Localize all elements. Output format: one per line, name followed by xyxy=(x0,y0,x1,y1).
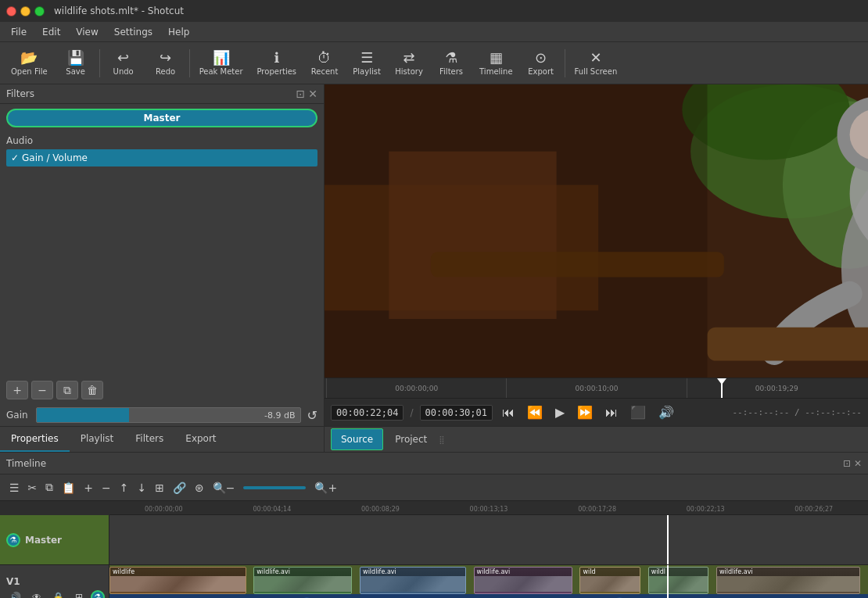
clip-4[interactable]: wild xyxy=(579,567,640,594)
clip-3[interactable]: wildlife.avi xyxy=(474,567,572,594)
gain-volume-item[interactable]: ✓ Gain / Volume xyxy=(6,149,317,167)
gain-slider[interactable]: -8.9 dB xyxy=(36,407,301,423)
timeline-button[interactable]: ▦ Timeline xyxy=(473,48,519,79)
filters-close-icon[interactable]: ✕ xyxy=(308,88,317,100)
peak-meter-button[interactable]: 📊 Peak Meter xyxy=(193,48,249,79)
tl-cut-button[interactable]: ✂ xyxy=(25,480,41,496)
gain-value: -8.9 dB xyxy=(264,410,296,421)
filters-master-bar[interactable]: Master xyxy=(6,109,317,127)
v1-filter-icon[interactable]: ⚗ xyxy=(91,590,105,599)
ruler-mark-0: 00:00:00;00 xyxy=(326,378,506,398)
timeline-icon: ▦ xyxy=(490,51,503,65)
tl-snap-button[interactable]: 🔗 xyxy=(170,480,189,496)
menu-settings[interactable]: Settings xyxy=(106,25,160,39)
menu-edit[interactable]: Edit xyxy=(34,25,68,39)
v1-track-content[interactable]: wildlife wildlife.avi wildlife.avi wildl… xyxy=(109,565,868,598)
undo-button[interactable]: ↩ Undo xyxy=(103,48,144,79)
master-filter-icon[interactable]: ⚗ xyxy=(6,533,20,547)
v1-layers-icon[interactable]: ⊞ xyxy=(72,590,86,599)
tl-ripple-button[interactable]: ⊛ xyxy=(192,480,207,496)
gain-volume-label: Gain / Volume xyxy=(22,152,88,163)
tl-grid-button[interactable]: ⊞ xyxy=(152,480,167,496)
source-tab[interactable]: Source xyxy=(331,428,383,450)
timeline-controls: ☰ ✂ ⧉ 📋 + − ↑ ↓ ⊞ 🔗 ⊛ 🔍− 🔍+ xyxy=(0,474,868,501)
tab-playlist[interactable]: Playlist xyxy=(70,427,125,452)
copy-filter-button[interactable]: ⧉ xyxy=(56,381,78,399)
tl-copy-button[interactable]: ⧉ xyxy=(42,479,56,496)
tl-zoom-out-button[interactable]: 🔍− xyxy=(210,480,239,496)
transport-play[interactable]: ▶ xyxy=(552,403,568,421)
minimize-button[interactable] xyxy=(20,6,30,16)
v1-eye-icon[interactable]: 👁 xyxy=(29,590,45,599)
ruler-mark-2: 00:00:19;29 xyxy=(687,378,866,398)
timeline-close-icon[interactable]: ✕ xyxy=(854,458,862,469)
master-track-content[interactable] xyxy=(109,515,868,564)
add-filter-button[interactable]: + xyxy=(6,381,28,399)
transport-rewind[interactable]: ⏮ xyxy=(499,403,518,421)
playlist-button[interactable]: ☰ Playlist xyxy=(346,48,387,79)
close-button[interactable] xyxy=(6,6,16,16)
remove-filter-button[interactable]: − xyxy=(31,381,53,399)
tl-remove-button[interactable]: − xyxy=(99,480,114,496)
tl-zoom-in-button[interactable]: 🔍+ xyxy=(311,480,340,496)
transport-step-forward[interactable]: ⏭ xyxy=(602,403,621,421)
delete-filter-button[interactable]: 🗑 xyxy=(81,381,103,399)
toolbar-separator-2 xyxy=(189,49,190,77)
save-label: Save xyxy=(66,67,85,76)
timeline-header: Timeline ⊡ ✕ xyxy=(0,453,868,474)
clip-6-thumb xyxy=(717,576,859,592)
menu-view[interactable]: View xyxy=(68,25,106,39)
master-track-label: ⚗ Master xyxy=(0,515,109,564)
transport-fast-forward[interactable]: ⏩ xyxy=(574,403,596,421)
zoom-slider[interactable] xyxy=(243,486,306,489)
tl-up-button[interactable]: ↑ xyxy=(117,480,132,496)
project-tab[interactable]: Project xyxy=(385,428,437,450)
clip-2[interactable]: wildlife.avi xyxy=(360,567,466,594)
redo-button[interactable]: ↪ Redo xyxy=(145,48,186,79)
filters-panel: Filters ⊡ ✕ Master Audio ✓ Gain / Volume… xyxy=(0,84,325,426)
clip-6-label: wildlife.avi xyxy=(717,568,859,576)
filters-header: Filters ⊡ ✕ xyxy=(0,84,324,104)
clip-5[interactable]: wildl xyxy=(648,567,709,594)
window-controls[interactable] xyxy=(6,6,45,16)
timeline-restore-icon[interactable]: ⊡ xyxy=(843,458,851,469)
preview-panel: 00:00:00;00 00:00:10;00 00:00:19;29 00:0… xyxy=(325,84,868,426)
transport-stop[interactable]: ⬛ xyxy=(627,403,649,421)
undo-label: Undo xyxy=(113,67,134,76)
clip-0[interactable]: wildlife xyxy=(109,567,246,594)
maximize-button[interactable] xyxy=(34,6,45,16)
menu-help[interactable]: Help xyxy=(160,25,197,39)
transport-volume[interactable]: 🔊 xyxy=(655,403,677,421)
tl-paste-button[interactable]: 📋 xyxy=(59,480,78,496)
current-timecode[interactable]: 00:00:22;04 xyxy=(331,405,404,421)
tab-properties[interactable]: Properties xyxy=(0,427,70,452)
left-tabs: Properties Playlist Filters Export xyxy=(0,427,325,452)
tl-add-button[interactable]: + xyxy=(81,480,96,496)
open-file-button[interactable]: 📂 Open File xyxy=(5,48,54,79)
filters-icon: ⚗ xyxy=(445,51,457,65)
tl-menu-button[interactable]: ☰ xyxy=(6,480,23,496)
master-track-row: ⚗ Master xyxy=(0,515,868,565)
transport-step-back[interactable]: ⏪ xyxy=(524,403,546,421)
tab-filters[interactable]: Filters xyxy=(124,427,174,452)
fullscreen-button[interactable]: ✕ Full Screen xyxy=(569,48,624,79)
filters-label: Filters xyxy=(439,67,463,76)
playlist-icon: ☰ xyxy=(360,51,373,65)
gain-reset-button[interactable]: ↺ xyxy=(307,408,317,423)
recent-button[interactable]: ⏱ Recent xyxy=(304,48,345,79)
menu-file[interactable]: File xyxy=(3,25,34,39)
history-button[interactable]: ⇄ History xyxy=(389,48,429,79)
gain-label: Gain xyxy=(6,410,30,421)
export-button[interactable]: ⊙ Export xyxy=(521,48,561,79)
v1-audio-icon[interactable]: 🔊 xyxy=(6,590,24,599)
filters-button[interactable]: ⚗ Filters xyxy=(431,48,472,79)
tab-export[interactable]: Export xyxy=(174,427,227,452)
v1-lock-icon[interactable]: 🔒 xyxy=(49,590,67,599)
audio-wave-svg xyxy=(109,594,868,598)
clip-6[interactable]: wildlife.avi xyxy=(716,567,860,594)
save-button[interactable]: 💾 Save xyxy=(56,48,96,79)
filters-restore-icon[interactable]: ⊡ xyxy=(296,88,306,100)
properties-button[interactable]: ℹ Properties xyxy=(251,48,303,79)
clip-1[interactable]: wildlife.avi xyxy=(253,567,352,594)
tl-down-button[interactable]: ↓ xyxy=(135,480,150,496)
